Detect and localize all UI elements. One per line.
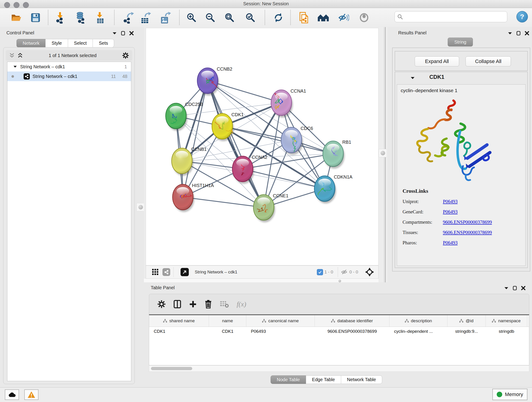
panel-menu-icon[interactable] [508,32,512,35]
copy-network-button[interactable] [297,10,311,25]
column-header[interactable]: database identifier [315,315,389,327]
network-type-icon [24,73,30,80]
zoom-fit-button[interactable] [223,10,236,25]
network-selected-count: 1 of 1 Network selected [23,53,122,58]
crosslink-row: Uniprot: P06493 [403,199,525,204]
gear-icon[interactable] [122,52,129,59]
column-header[interactable]: name [209,315,246,327]
panel-menu-icon[interactable] [504,287,509,290]
table-panel: Table Panel [144,282,532,387]
expand-all-button[interactable]: Expand All [415,56,459,66]
crosslink-link[interactable]: P06493 [443,199,457,204]
panel-float-icon[interactable] [516,31,520,36]
cloud-button[interactable] [5,389,19,400]
scrollbar-thumb[interactable] [151,367,192,370]
search-field[interactable] [394,11,507,22]
table-horizontal-scrollbar[interactable] [149,365,529,372]
panel-float-icon[interactable] [121,31,125,36]
crosslink-row: Tissues: 9606.ENSP00000378699 [403,230,525,235]
delete-column-icon[interactable] [205,300,212,308]
entry-name: CDK1 [429,74,444,80]
string-home-button[interactable] [317,10,330,25]
table-type-tabs: Node TableEdge TableNetwork Table [271,375,382,384]
export-network-button[interactable] [121,10,135,25]
crosslink-link[interactable]: 9606.ENSP00000378699 [443,230,492,235]
table-row[interactable]: CDK1CDK1P064939606.ENSP00000378699cyclin… [149,327,529,336]
memory-button[interactable]: Memory [492,389,527,400]
zoom-in-button[interactable] [185,10,198,25]
panel-float-icon[interactable] [513,286,517,290]
show-columns-icon[interactable] [173,300,181,308]
tree-expander-icon[interactable] [13,65,17,68]
network-share-view-icon[interactable] [162,268,170,276]
crosslink-link[interactable]: P06493 [443,240,457,246]
crosslinks-title: CrossLinks [403,188,525,194]
table-cell: CDK1 [149,329,209,334]
network-edge [243,169,325,189]
crosslink-link[interactable]: P06493 [443,209,457,215]
table-cell: P06493 [246,329,315,334]
network-node: CCNA1 [271,89,306,118]
grid-view-icon[interactable] [152,269,159,275]
birdseye-toggle-button[interactable] [357,10,371,25]
export-table-icon [140,12,151,24]
column-header[interactable]: shared name [149,315,209,327]
detach-view-icon[interactable] [181,268,189,276]
panel-close-icon[interactable] [129,31,134,36]
help-button[interactable]: ? [516,11,528,22]
selected-checkbox-icon[interactable] [317,269,323,275]
right-splitter-handle[interactable] [379,149,387,157]
left-splitter-handle[interactable] [137,203,145,211]
tab-string[interactable]: String [448,38,473,46]
column-header[interactable]: @id [447,315,486,327]
save-session-button[interactable] [29,10,42,25]
import-table-button[interactable] [94,10,107,25]
right-splitter[interactable] [379,27,388,283]
tab-network-table[interactable]: Network Table [341,375,382,384]
crosslink-row: GeneCard: P06493 [403,209,525,215]
tab-edge-table[interactable]: Edge Table [306,375,341,384]
open-file-button[interactable] [9,10,23,25]
search-input[interactable] [403,14,502,19]
tab-node-table[interactable]: Node Table [271,375,306,384]
delete-table-icon-disabled [220,300,229,308]
toolbar-separator [179,10,180,25]
collection-label: String Network – cdk1 [20,64,65,70]
column-header[interactable]: namespace [486,315,527,327]
panel-menu-icon[interactable] [112,32,117,35]
hide-graphics-button[interactable] [337,10,351,25]
column-header[interactable]: description [389,315,447,327]
panel-close-icon[interactable] [525,31,529,36]
export-table-button[interactable] [139,10,152,25]
tab-select[interactable]: Select [68,39,93,47]
crosslink-link[interactable]: 9606.ENSP00000378699 [443,219,492,225]
column-source-icon [459,319,463,323]
network-collection-row[interactable]: String Network – cdk1 1 [7,62,131,71]
add-column-icon[interactable] [189,300,197,308]
import-network-database-button[interactable] [74,10,88,25]
export-image-button[interactable] [158,10,172,25]
tab-style[interactable]: Style [45,39,68,47]
hidden-eye-icon[interactable] [341,269,348,275]
import-network-file-button[interactable] [53,10,67,25]
zoom-selected-button[interactable] [244,10,257,25]
warnings-button[interactable] [24,389,38,400]
titlebar: Session: New Session [0,0,532,8]
network-node: RB1 [323,140,351,169]
column-header[interactable]: canonical name [246,315,315,327]
collapse-all-button[interactable]: Collapse All [466,56,511,66]
window-title: Session: New Session [0,1,532,6]
tab-sets[interactable]: Sets [93,39,114,47]
network-row-selected[interactable]: String Network – cdk1 11 48 [7,71,131,81]
entry-expander-icon[interactable] [411,77,415,80]
table-gear-icon[interactable] [157,300,166,308]
network-canvas[interactable]: CCNB2 CCNA1 CDC25B CDK1 CDC6 RB1 [146,28,379,265]
refresh-layout-button[interactable] [272,10,285,25]
zoom-out-button[interactable] [203,10,217,25]
birdseye-position-icon[interactable] [365,268,374,277]
expand-all-icon[interactable] [17,52,23,58]
node-label: RB1 [342,140,351,145]
tab-network[interactable]: Network [17,39,46,47]
collapse-all-icon[interactable] [9,52,15,58]
panel-close-icon[interactable] [521,286,526,290]
